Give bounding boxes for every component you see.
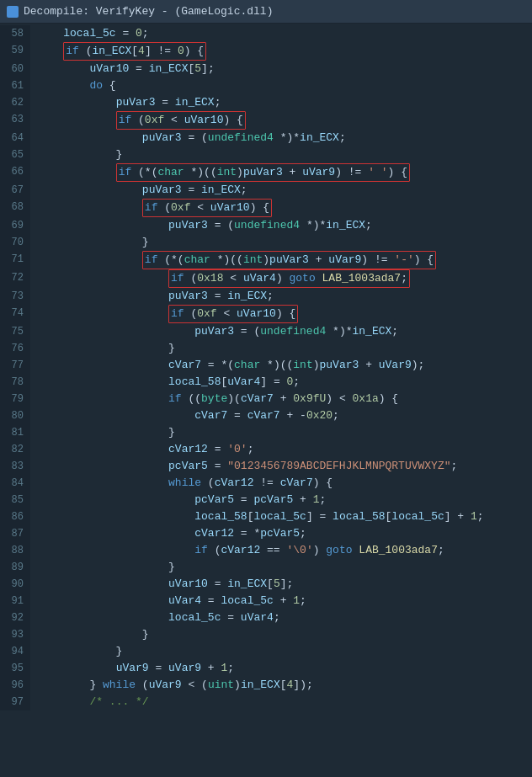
line-number: 79 [0,391,30,407]
code-line: 89 } [0,559,532,576]
line-number: 71 [0,251,30,269]
code-line: 58 local_5c = 0; [0,25,532,42]
line-content: do { [30,77,532,94]
code-line: 92 local_5c = uVar4; [0,609,532,626]
line-content: } while (uVar9 < (uint)in_ECX[4]); [30,677,532,694]
highlight-region: if (*(char *)((int)puVar3 + uVar9) != '-… [142,251,436,269]
line-content: if (*(char *)((int)puVar3 + uVar9) != ' … [30,163,532,182]
highlight-region: if (0xf < uVar10) { [168,305,298,323]
code-line: 74 if (0xf < uVar10) { [0,305,532,323]
line-content: } [30,643,532,660]
line-content: local_5c = uVar4; [30,609,532,626]
line-number: 80 [0,407,30,424]
line-content: if (in_ECX[4] != 0) { [30,42,532,61]
line-content: pcVar5 = "0123456789ABCDEFHJKLMNPQRTUVWX… [30,458,532,475]
line-content: local_58[uVar4] = 0; [30,374,532,391]
line-number: 86 [0,508,30,525]
line-number: 92 [0,609,30,626]
line-content: puVar3 = (undefined4 *)*in_ECX; [30,217,532,234]
highlight-region: if (0x18 < uVar4) goto LAB_1003ada7; [168,269,410,288]
line-number: 69 [0,217,30,234]
code-line: 77 cVar7 = *(char *)((int)puVar3 + uVar9… [0,357,532,374]
line-content: } [30,146,532,163]
line-content: cVar7 = *(char *)((int)puVar3 + uVar9); [30,357,532,374]
highlight-region: if (0xf < uVar10) { [116,111,246,130]
code-line: 76 } [0,340,532,357]
line-content: if (0xf < uVar10) { [30,305,532,323]
line-number: 64 [0,130,30,146]
line-content: puVar3 = (undefined4 *)*in_ECX; [30,130,532,146]
code-line: 95 uVar9 = uVar9 + 1; [0,660,532,677]
line-content: cVar12 = *pcVar5; [30,525,532,542]
code-line: 82 cVar12 = '0'; [0,441,532,458]
code-line: 69 puVar3 = (undefined4 *)*in_ECX; [0,217,532,234]
code-line: 96 } while (uVar9 < (uint)in_ECX[4]); [0,677,532,694]
decompile-icon [7,6,19,18]
line-content: uVar10 = in_ECX[5]; [30,576,532,593]
line-content: } [30,559,532,576]
title-bar-text: Decompile: VerifyKey - (GameLogic.dll) [24,5,273,18]
highlight-region: if (0xf < uVar10) { [142,199,272,217]
line-number: 87 [0,525,30,542]
code-line: 63 if (0xf < uVar10) { [0,111,532,130]
code-line: 71 if (*(char *)((int)puVar3 + uVar9) !=… [0,251,532,269]
line-content: local_58[local_5c] = local_58[local_5c] … [30,508,532,525]
line-content: if ((byte)(cVar7 + 0x9fU) < 0x1a) { [30,391,532,407]
code-line: 97 /* ... */ [0,694,532,710]
line-content: if (0x18 < uVar4) goto LAB_1003ada7; [30,269,532,288]
line-number: 81 [0,424,30,441]
line-number: 61 [0,77,30,94]
line-number: 83 [0,458,30,475]
line-number: 96 [0,677,30,694]
line-content: if (cVar12 == '\0') goto LAB_1003ada7; [30,542,532,559]
line-number: 93 [0,626,30,643]
line-number: 78 [0,374,30,391]
line-number: 74 [0,305,30,323]
line-number: 70 [0,234,30,251]
line-content: cVar7 = cVar7 + -0x20; [30,407,532,424]
code-line: 85 pcVar5 = pcVar5 + 1; [0,492,532,508]
line-content: } [30,234,532,251]
code-line: 59 if (in_ECX[4] != 0) { [0,42,532,61]
code-line: 91 uVar4 = local_5c + 1; [0,593,532,609]
code-line: 61 do { [0,77,532,94]
line-content: uVar4 = local_5c + 1; [30,593,532,609]
line-content: puVar3 = (undefined4 *)*in_ECX; [30,323,532,340]
line-number: 60 [0,61,30,77]
line-number: 68 [0,199,30,217]
code-line: 83 pcVar5 = "0123456789ABCDEFHJKLMNPQRTU… [0,458,532,475]
line-content: /* ... */ [30,694,532,710]
code-line: 72 if (0x18 < uVar4) goto LAB_1003ada7; [0,269,532,288]
code-line: 64 puVar3 = (undefined4 *)*in_ECX; [0,130,532,146]
code-line: 62 puVar3 = in_ECX; [0,94,532,111]
line-number: 76 [0,340,30,357]
code-line: 67 puVar3 = in_ECX; [0,182,532,199]
code-area: 58 local_5c = 0;59 if (in_ECX[4] != 0) {… [0,24,532,712]
line-number: 94 [0,643,30,660]
line-content: } [30,340,532,357]
line-content: if (0xf < uVar10) { [30,111,532,130]
line-content: pcVar5 = pcVar5 + 1; [30,492,532,508]
line-content: puVar3 = in_ECX; [30,182,532,199]
code-line: 87 cVar12 = *pcVar5; [0,525,532,542]
line-number: 59 [0,42,30,61]
line-number: 66 [0,163,30,182]
line-number: 62 [0,94,30,111]
code-line: 66 if (*(char *)((int)puVar3 + uVar9) !=… [0,163,532,182]
code-line: 81 } [0,424,532,441]
title-bar: Decompile: VerifyKey - (GameLogic.dll) [0,0,532,24]
line-number: 85 [0,492,30,508]
line-number: 63 [0,111,30,130]
highlight-region: if (in_ECX[4] != 0) { [63,42,206,61]
line-number: 58 [0,25,30,42]
line-number: 77 [0,357,30,374]
line-number: 91 [0,593,30,609]
code-line: 86 local_58[local_5c] = local_58[local_5… [0,508,532,525]
code-line: 65 } [0,146,532,163]
code-line: 94 } [0,643,532,660]
code-line: 68 if (0xf < uVar10) { [0,199,532,217]
line-number: 65 [0,146,30,163]
line-number: 89 [0,559,30,576]
code-line: 79 if ((byte)(cVar7 + 0x9fU) < 0x1a) { [0,391,532,407]
code-line: 93 } [0,626,532,643]
